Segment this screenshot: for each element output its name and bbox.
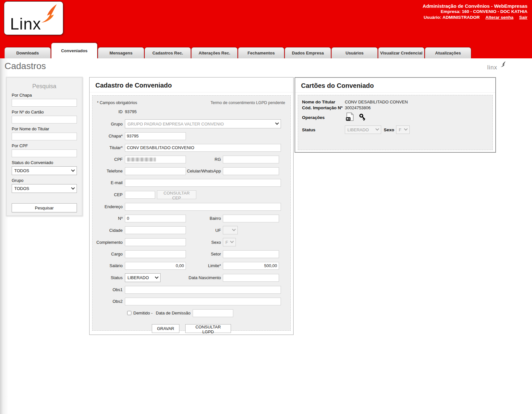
user-info: Usuário: ADMINISTRADOR (424, 15, 480, 20)
cargo-input[interactable] (125, 250, 186, 258)
card-status-select[interactable]: LIBERADO (345, 125, 381, 134)
cards-panel-body: Nome do Titular CONV DESABILITADO CONVEN… (298, 95, 493, 150)
consultar-lgpd-button[interactable]: CONSULTAR LGPD (185, 324, 231, 333)
endereco-label: Endereço (92, 204, 125, 209)
search-titular-label: Por Nome do Titular (12, 126, 77, 131)
limite-label: Limite* (186, 263, 223, 268)
change-password-link[interactable]: Alterar senha (485, 15, 513, 20)
import-code-label: Cód. Importação Nº (302, 105, 345, 110)
salario-input[interactable] (125, 262, 186, 270)
rg-input[interactable] (223, 156, 279, 163)
search-chapa-label: Por Chapa (12, 93, 77, 98)
cep-label: CEP (92, 192, 125, 197)
cargo-label: Cargo (92, 252, 125, 256)
celular-label: Celular/WhatsApp (186, 169, 223, 173)
member-form-body: * Campos obrigatórios Termo de consentim… (92, 95, 291, 331)
cpf-label: CPF (92, 157, 125, 162)
linx-watermark: linx (487, 61, 506, 71)
limite-input[interactable] (223, 262, 279, 270)
chevron-down-icon (71, 168, 75, 172)
grupo-select[interactable]: GRUPO PADRAO EMPRESA VALTER CONVENIO (125, 119, 281, 128)
chevron-down-icon (71, 186, 75, 189)
page-content: Cadastros linx Pesquisa Por Chapa Por Nº… (0, 58, 532, 414)
logout-link[interactable]: Sair (519, 15, 527, 20)
obs2-label: Obs2 (92, 299, 125, 304)
page-title: Cadastros (5, 61, 46, 71)
tab-atualizacoes[interactable]: Atualizações (425, 47, 471, 58)
data-nascimento-input[interactable] (223, 274, 279, 282)
numero-input[interactable] (125, 215, 186, 222)
endereco-input[interactable] (125, 203, 281, 211)
tab-mensagens[interactable]: Mensagens (98, 47, 144, 58)
cep-input[interactable] (125, 191, 155, 199)
import-code-value: 30024753806 (345, 105, 371, 110)
tab-downloads[interactable]: Downloads (5, 47, 51, 58)
status-select[interactable]: LIBERADO (125, 273, 161, 282)
id-label: ID (92, 109, 125, 114)
setor-label: Setor (186, 252, 223, 256)
complemento-input[interactable] (125, 238, 186, 246)
card-sexo-select[interactable]: F (396, 125, 410, 134)
search-titular-input[interactable] (12, 133, 77, 140)
rg-label: RG (186, 157, 223, 162)
search-cpf-label: Por CPF (12, 143, 77, 148)
gravar-button[interactable]: GRAVAR (152, 324, 179, 333)
key-icon[interactable] (358, 113, 367, 122)
telefone-input[interactable] (125, 167, 186, 175)
obs1-input[interactable] (125, 286, 281, 294)
status-value: LIBERADO (127, 275, 153, 280)
uf-label: UF (186, 228, 223, 233)
search-status-select[interactable]: TODOS (12, 166, 77, 175)
search-grupo-label: Grupo (12, 178, 77, 183)
search-panel-title: Pesquisa (12, 83, 77, 90)
chevron-down-icon (404, 127, 408, 131)
linx-watermark-arrow-icon (500, 61, 506, 67)
data-demissao-input[interactable] (193, 309, 233, 317)
tab-fechamentos[interactable]: Fechamentos (238, 47, 284, 58)
salario-label: Salário (92, 263, 125, 268)
tab-visualizar-credencial[interactable]: Visualizar Credencial (378, 47, 424, 58)
tab-dados-empresa[interactable]: Dados Empresa (285, 47, 331, 58)
search-chapa-input[interactable] (12, 99, 77, 107)
card-document-icon[interactable] (345, 112, 355, 123)
chevron-down-icon (155, 275, 158, 278)
tab-cadastros-rec[interactable]: Cadastros Rec. (145, 47, 191, 58)
cidade-label: Cidade (92, 228, 125, 233)
holder-name-value: CONV DESABILITADO CONVEN (345, 100, 408, 104)
linx-arrow-icon (38, 4, 58, 25)
bairro-input[interactable] (223, 215, 279, 222)
operations-label: Operações (302, 115, 345, 120)
member-form-title: Cadastro de Conveniado (90, 77, 293, 92)
linx-watermark-text: linx (487, 64, 497, 71)
status-label: Status (92, 275, 125, 280)
celular-input[interactable] (223, 167, 279, 175)
uf-select[interactable] (223, 226, 238, 234)
titular-input[interactable] (125, 144, 281, 152)
card-status-label: Status (302, 127, 345, 132)
tab-alteracoes-rec[interactable]: Alterações Rec. (191, 47, 237, 58)
obs2-input[interactable] (125, 298, 281, 305)
chapa-input[interactable] (125, 132, 186, 140)
demitido-checkbox[interactable] (127, 311, 131, 315)
search-cpf-input[interactable] (12, 149, 77, 157)
obs1-label: Obs1 (92, 287, 125, 292)
email-label: E-mail (92, 180, 125, 185)
search-grupo-select[interactable]: TODOS (12, 184, 77, 193)
setor-input[interactable] (223, 250, 279, 258)
search-cartao-input[interactable] (12, 116, 77, 124)
sexo-select[interactable]: F (223, 238, 236, 246)
complemento-label: Complemento (92, 240, 125, 245)
email-input[interactable] (125, 179, 281, 187)
company-info: Empresa: 160 - CONVENIO - DOC KATHIA (423, 9, 527, 14)
card-sexo-label: Sexo (384, 127, 394, 132)
telefone-label: Telefone (92, 169, 125, 173)
cidade-input[interactable] (125, 226, 186, 234)
consultar-cep-button[interactable]: CONSULTAR CEP (157, 190, 196, 199)
search-button[interactable]: Pesquisar (12, 203, 77, 212)
tab-conveniados[interactable]: Conveniados (51, 43, 97, 58)
data-demissao-label: Data de Demissão (156, 311, 190, 315)
cpf-input[interactable] (125, 156, 186, 163)
linx-logo-text: Linx (10, 15, 41, 33)
card-sexo-value: F (399, 127, 403, 132)
tab-usuarios[interactable]: Usuários (332, 47, 378, 58)
